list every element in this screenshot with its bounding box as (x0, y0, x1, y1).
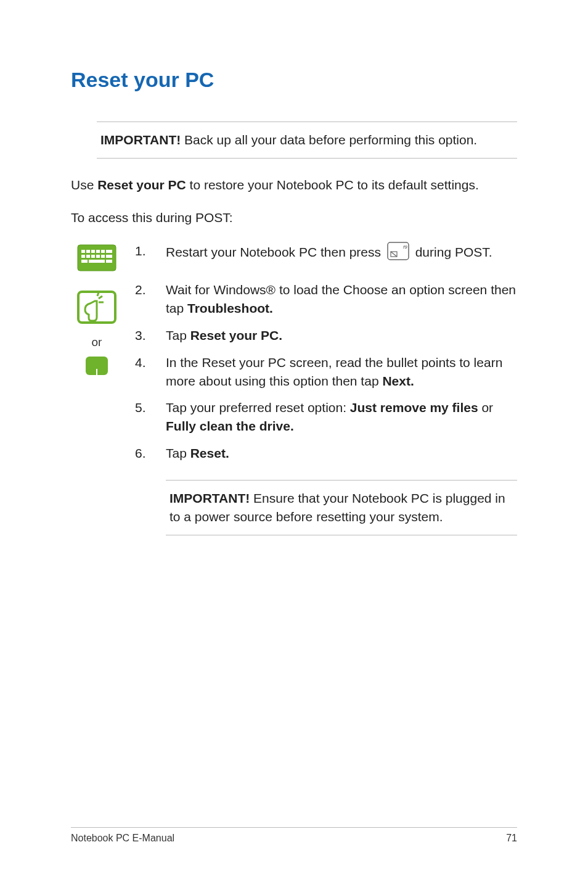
touchpad-icon (71, 355, 123, 376)
svg-rect-10 (96, 255, 100, 258)
svg-rect-14 (89, 260, 105, 263)
svg-rect-7 (81, 255, 85, 258)
step-3: Tap Reset your PC. (129, 326, 517, 345)
intro-post: to restore your Notebook PC to its defau… (186, 178, 479, 192)
step-6-bold: Reset. (190, 446, 229, 460)
or-label: or (71, 336, 123, 349)
step-4-pre: In the Reset your PC screen, read the bu… (166, 355, 502, 388)
step-5: Tap your preferred reset option: Just re… (129, 398, 517, 435)
intro-paragraph: Use Reset your PC to restore your Notebo… (71, 176, 517, 194)
intro-2: To access this during POST: (71, 208, 517, 226)
svg-rect-12 (106, 255, 112, 258)
section-heading: Reset your PC (71, 68, 517, 92)
important-note-bottom: IMPORTANT! Ensure that your Notebook PC … (166, 480, 517, 535)
important-note-top: IMPORTANT! Back up all your data before … (97, 122, 517, 159)
important-label: IMPORTANT! (100, 133, 181, 147)
step-1: Restart your Notebook PC then press f9 d… (129, 242, 517, 265)
step-4-bold: Next. (382, 374, 414, 388)
step-6-pre: Tap (166, 446, 190, 460)
svg-rect-3 (91, 250, 95, 253)
svg-rect-8 (86, 255, 90, 258)
keyboard-icon (71, 244, 123, 271)
important-text: Back up all your data before performing … (181, 133, 477, 147)
step-2: Wait for Windows® to load the Choose an … (129, 281, 517, 318)
step-5-bold1: Just remove my files (350, 400, 478, 415)
svg-rect-9 (91, 255, 95, 258)
step-6: Tap Reset. IMPORTANT! Ensure that your N… (129, 444, 517, 535)
f9-key-icon: f9 (387, 242, 409, 265)
intro-bold: Reset your PC (97, 178, 186, 192)
footer-left: Notebook PC E-Manual (71, 833, 174, 844)
svg-rect-2 (86, 250, 90, 253)
svg-rect-6 (106, 250, 112, 253)
step-1-pre: Restart your Notebook PC then press (166, 245, 385, 259)
step-5-bold2: Fully clean the drive. (166, 419, 294, 433)
step-4: In the Reset your PC screen, read the bu… (129, 353, 517, 390)
step-3-bold: Reset your PC. (190, 328, 282, 342)
svg-rect-13 (81, 260, 88, 263)
important-label-2: IMPORTANT! (169, 491, 250, 505)
svg-rect-15 (106, 260, 112, 263)
intro-pre: Use (71, 178, 97, 192)
step-5-mid: or (478, 400, 494, 415)
svg-text:f9: f9 (403, 244, 407, 250)
svg-rect-11 (101, 255, 105, 258)
step-3-pre: Tap (166, 328, 190, 342)
step-5-pre: Tap your preferred reset option: (166, 400, 350, 415)
svg-rect-4 (96, 250, 100, 253)
step-2-bold: Troubleshoot. (187, 301, 273, 315)
footer-page-number: 71 (506, 833, 517, 844)
svg-rect-1 (81, 250, 85, 253)
step-1-post: during POST. (415, 245, 492, 259)
svg-rect-5 (101, 250, 105, 253)
touch-icon (71, 290, 123, 329)
